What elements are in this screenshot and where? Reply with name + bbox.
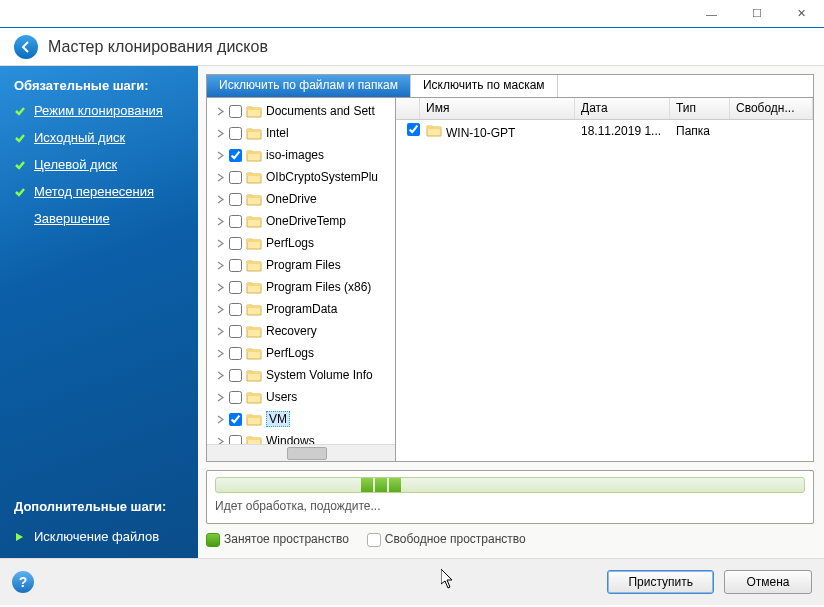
tree-row[interactable]: System Volume Info	[207, 364, 396, 386]
expander-icon[interactable]	[215, 304, 226, 315]
expander-icon[interactable]	[215, 348, 226, 359]
tree-checkbox[interactable]	[229, 149, 242, 162]
sidebar: Обязательные шаги: Режим клонированияИсх…	[0, 66, 198, 558]
arrow-right-icon	[14, 531, 26, 543]
legend-used: Занятое пространство	[206, 532, 349, 547]
tree-checkbox[interactable]	[229, 281, 242, 294]
expander-icon[interactable]	[215, 106, 226, 117]
list-row[interactable]: WIN-10-GPT18.11.2019 1...Папка	[396, 120, 813, 142]
tree-checkbox[interactable]	[229, 193, 242, 206]
folder-icon	[246, 302, 262, 316]
list-col-checkbox[interactable]	[396, 98, 420, 119]
folder-icon	[426, 123, 442, 137]
list-col-type[interactable]: Тип	[670, 98, 730, 119]
tree-checkbox[interactable]	[229, 237, 242, 250]
sidebar-step[interactable]: Исходный диск	[14, 130, 184, 145]
tree-checkbox[interactable]	[229, 325, 242, 338]
list-cell-name: WIN-10-GPT	[446, 126, 515, 140]
additional-steps-label: Дополнительные шаги:	[14, 499, 166, 514]
tree-row[interactable]: Program Files	[207, 254, 396, 276]
expander-icon[interactable]	[215, 172, 226, 183]
tree-row[interactable]: PerfLogs	[207, 232, 396, 254]
tab-by-masks[interactable]: Исключить по маскам	[411, 75, 558, 97]
tree-row[interactable]: OneDriveTemp	[207, 210, 396, 232]
folder-icon	[246, 104, 262, 118]
expander-icon[interactable]	[215, 194, 226, 205]
tree-row[interactable]: Documents and Sett	[207, 100, 396, 122]
expander-icon[interactable]	[215, 216, 226, 227]
cancel-button[interactable]: Отмена	[724, 570, 812, 594]
folder-icon	[246, 148, 262, 162]
sidebar-step-label: Завершение	[34, 211, 110, 226]
tree-row[interactable]: Users	[207, 386, 396, 408]
expander-icon[interactable]	[215, 128, 226, 139]
scrollbar-thumb[interactable]	[287, 447, 327, 460]
tree-label: VM	[266, 411, 290, 427]
free-swatch-icon	[367, 533, 381, 547]
expander-icon[interactable]	[215, 150, 226, 161]
tree-row[interactable]: PerfLogs	[207, 342, 396, 364]
progress-status: Идет обработка, подождите...	[215, 499, 805, 513]
sidebar-step[interactable]: Целевой диск	[14, 157, 184, 172]
tab-by-files[interactable]: Исключить по файлам и папкам	[207, 75, 411, 97]
tree-row[interactable]: OneDrive	[207, 188, 396, 210]
folder-icon	[246, 368, 262, 382]
wizard-header: Мастер клонирования дисков	[0, 28, 824, 66]
list-col-name[interactable]: Имя	[420, 98, 575, 119]
tree-row[interactable]: Recovery	[207, 320, 396, 342]
tree-checkbox[interactable]	[229, 413, 242, 426]
tree-checkbox[interactable]	[229, 391, 242, 404]
expander-icon[interactable]	[215, 392, 226, 403]
close-button[interactable]: ✕	[779, 4, 824, 24]
proceed-button[interactable]: Приступить	[607, 570, 714, 594]
tree-label: PerfLogs	[266, 346, 314, 360]
folder-icon	[246, 170, 262, 184]
tree-checkbox[interactable]	[229, 369, 242, 382]
tree-row[interactable]: Intel	[207, 122, 396, 144]
check-icon	[14, 159, 26, 171]
tree-row[interactable]: Program Files (x86)	[207, 276, 396, 298]
folder-icon	[246, 346, 262, 360]
expander-icon[interactable]	[215, 370, 226, 381]
sidebar-step[interactable]: Режим клонирования	[14, 103, 184, 118]
expander-icon[interactable]	[215, 414, 226, 425]
tree-checkbox[interactable]	[229, 171, 242, 184]
help-icon[interactable]: ?	[12, 571, 34, 593]
horizontal-scrollbar[interactable]	[207, 444, 395, 461]
folder-icon	[246, 236, 262, 250]
tree-row[interactable]: VM	[207, 408, 396, 430]
minimize-button[interactable]: —	[689, 4, 734, 24]
list-checkbox[interactable]	[407, 123, 420, 136]
tree-checkbox[interactable]	[229, 215, 242, 228]
sidebar-step-label: Режим клонирования	[34, 103, 163, 118]
expander-icon[interactable]	[215, 238, 226, 249]
tree-row[interactable]: iso-images	[207, 144, 396, 166]
tree-checkbox[interactable]	[229, 259, 242, 272]
folder-icon	[246, 192, 262, 206]
tree-row[interactable]: OIbCryptoSystemPlu	[207, 166, 396, 188]
list-col-free[interactable]: Свободн...	[730, 98, 813, 119]
maximize-button[interactable]: ☐	[734, 4, 779, 24]
tabs: Исключить по файлам и папкам Исключить п…	[206, 74, 814, 98]
tree-checkbox[interactable]	[229, 127, 242, 140]
expander-icon[interactable]	[215, 282, 226, 293]
list-cell-date: 18.11.2019 1...	[575, 121, 670, 141]
sidebar-step[interactable]: Завершение	[34, 211, 184, 226]
tree-checkbox[interactable]	[229, 105, 242, 118]
tree-row[interactable]: ProgramData	[207, 298, 396, 320]
tree-checkbox[interactable]	[229, 303, 242, 316]
sidebar-current-step[interactable]: Исключение файлов	[14, 529, 159, 544]
tree-label: Program Files (x86)	[266, 280, 371, 294]
back-button[interactable]	[14, 35, 38, 59]
footer: ? Приступить Отмена	[0, 558, 824, 605]
sidebar-step-label: Метод перенесения	[34, 184, 154, 199]
sidebar-step-label: Целевой диск	[34, 157, 117, 172]
tree-label: System Volume Info	[266, 368, 373, 382]
tree-checkbox[interactable]	[229, 347, 242, 360]
sidebar-step[interactable]: Метод перенесения	[14, 184, 184, 199]
expander-icon[interactable]	[215, 260, 226, 271]
expander-icon[interactable]	[215, 326, 226, 337]
file-list[interactable]: Имя Дата Тип Свободн... WIN-10-GPT18.11.…	[396, 98, 814, 462]
folder-tree[interactable]: Documents and SettInteliso-imagesOIbCryp…	[206, 98, 396, 462]
list-col-date[interactable]: Дата	[575, 98, 670, 119]
